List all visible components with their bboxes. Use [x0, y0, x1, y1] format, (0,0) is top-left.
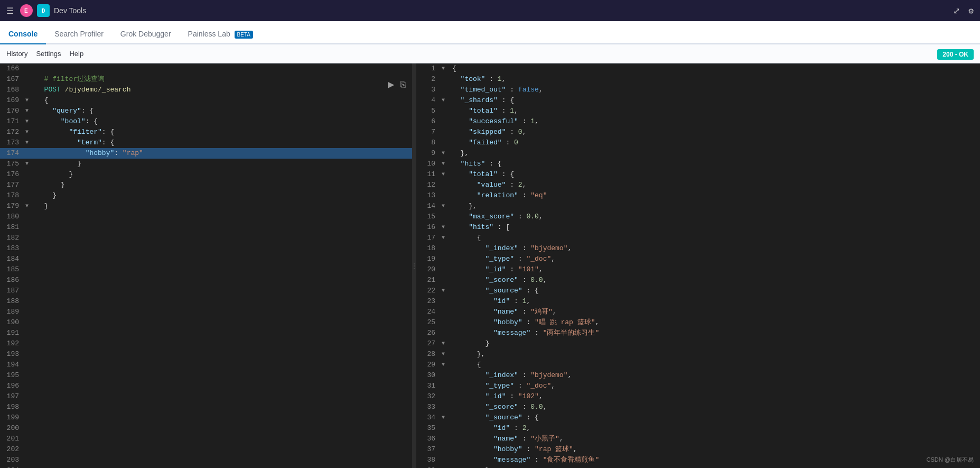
tab-search-profiler[interactable]: Search Profiler — [46, 24, 112, 44]
editor-line: 203 — [0, 455, 412, 465]
editor-line: 183 — [0, 243, 412, 254]
output-line: 34▼ "_source" : { — [416, 412, 980, 423]
output-line: 24 "name" : "鸡哥", — [416, 307, 980, 317]
output-line: 12 "value" : 2, — [416, 180, 980, 190]
editor-line: 186 — [0, 275, 412, 286]
output-line: 37 "hobby" : "rap 篮球", — [416, 444, 980, 455]
output-line: 22▼ "_source" : { — [416, 286, 980, 296]
editor-line: 180 — [0, 212, 412, 222]
editor-line: 197 — [0, 391, 412, 402]
main-layout: ▶ ⎘ 166 167 # filter过滤查询 168 POST /bjyde… — [0, 63, 980, 468]
editor-line: 175▼ } — [0, 159, 412, 169]
app-icon: D — [37, 4, 50, 17]
output-line: 5 "total" : 1, — [416, 106, 980, 116]
output-line: 25 "hobby" : "唱 跳 rap 篮球", — [416, 317, 980, 328]
editor-line: 204 — [0, 465, 412, 468]
elastic-logo: E — [20, 4, 33, 17]
output-line: 7 "skipped" : 0, — [416, 127, 980, 137]
status-badge: 200 - OK — [937, 49, 974, 60]
output-line: 2 "took" : 1, — [416, 74, 980, 85]
editor-line: 169▼ { — [0, 95, 412, 106]
editor-line: 192 — [0, 338, 412, 349]
editor-line: 184 — [0, 254, 412, 264]
tab-grok-debugger[interactable]: Grok Debugger — [112, 24, 180, 44]
editor-line: 196 — [0, 381, 412, 391]
panel-divider[interactable]: ⋮ — [412, 63, 416, 468]
copy-curl-button[interactable]: ⎘ — [398, 78, 408, 90]
editor-line: 193 — [0, 349, 412, 360]
editor-line: 172▼ "filter": { — [0, 127, 412, 137]
subnav-help[interactable]: Help — [69, 50, 83, 58]
output-line: 9▼ }, — [416, 148, 980, 159]
output-line: 32 "_id" : "102", — [416, 391, 980, 402]
hamburger-icon[interactable]: ☰ — [4, 4, 16, 18]
output-line: 11▼ "total" : { — [416, 169, 980, 180]
sub-nav: History Settings Help 200 - OK — [0, 44, 980, 63]
output-line: 14▼ }, — [416, 201, 980, 212]
output-line: 39▼ } — [416, 465, 980, 468]
editor-line: 195 — [0, 370, 412, 381]
output-panel: 1▼{ 2 "took" : 1, 3 "timed_out" : false,… — [416, 63, 980, 468]
expand-icon[interactable]: ⤢ — [951, 4, 962, 18]
output-line: 10▼ "hits" : { — [416, 159, 980, 169]
editor-line: 181 — [0, 222, 412, 233]
editor-line: 190 — [0, 317, 412, 328]
editor-line: 199 — [0, 412, 412, 423]
output-line: 36 "name" : "小黑子", — [416, 434, 980, 444]
output-line: 15 "max_score" : 0.0, — [416, 212, 980, 222]
editor-line: 194 — [0, 360, 412, 370]
editor-line: 187 — [0, 286, 412, 296]
output-line: 17▼ { — [416, 233, 980, 243]
editor-line: 191 — [0, 328, 412, 338]
editor-line: 201 — [0, 434, 412, 444]
output-line: 6 "successful" : 1, — [416, 116, 980, 127]
output-line: 35 "id" : 2, — [416, 423, 980, 434]
output-line: 19 "_type" : "_doc", — [416, 254, 980, 264]
editor-line: 170▼ "query": { — [0, 106, 412, 116]
output-line: 4▼ "_shards" : { — [416, 95, 980, 106]
output-line: 27▼ } — [416, 338, 980, 349]
tab-console[interactable]: Console — [0, 24, 46, 44]
editor-line: 198 — [0, 402, 412, 412]
editor-line: 185 — [0, 264, 412, 275]
editor-line: 200 — [0, 423, 412, 434]
editor-line: 171▼ "bool": { — [0, 116, 412, 127]
editor-area[interactable]: ▶ ⎘ 166 167 # filter过滤查询 168 POST /bjyde… — [0, 63, 412, 468]
editor-line: 182 — [0, 233, 412, 243]
editor-line: 176 } — [0, 169, 412, 180]
output-content[interactable]: 1▼{ 2 "took" : 1, 3 "timed_out" : false,… — [416, 63, 980, 468]
top-bar: ☰ E D Dev Tools ⤢ ⚙ — [0, 0, 980, 21]
editor-line: 167 # filter过滤查询 — [0, 74, 412, 85]
editor-line: 166 — [0, 63, 412, 74]
editor-content[interactable]: 166 167 # filter过滤查询 168 POST /bjydemo/_… — [0, 63, 412, 468]
editor-line: 179▼ } — [0, 201, 412, 212]
tab-painless-lab[interactable]: Painless Lab BETA — [180, 24, 262, 44]
output-line: 23 "id" : 1, — [416, 296, 980, 307]
subnav-history[interactable]: History — [6, 50, 27, 58]
output-line: 38 "message" : "食不食香精煎鱼" — [416, 455, 980, 465]
output-line: 30 "_index" : "bjydemo", — [416, 370, 980, 381]
editor-line: 202 — [0, 444, 412, 455]
nav-tabs: Console Search Profiler Grok Debugger Pa… — [0, 21, 980, 44]
output-line: 21 "_score" : 0.0, — [416, 275, 980, 286]
run-button[interactable]: ▶ — [386, 78, 396, 90]
output-line: 26 "message" : "两年半的练习生" — [416, 328, 980, 338]
output-line: 18 "_index" : "bjydemo", — [416, 243, 980, 254]
beta-badge: BETA — [235, 31, 253, 39]
editor-line-current: 174 "hobby": "rap" — [0, 148, 412, 159]
output-line: 33 "_score" : 0.0, — [416, 402, 980, 412]
output-line: 28▼ }, — [416, 349, 980, 360]
output-line: 8 "failed" : 0 — [416, 137, 980, 148]
editor-line: 189 — [0, 307, 412, 317]
editor-line: 177 } — [0, 180, 412, 190]
settings-icon[interactable]: ⚙ — [966, 4, 976, 18]
subnav-settings[interactable]: Settings — [36, 50, 61, 58]
output-line: 3 "timed_out" : false, — [416, 85, 980, 95]
editor-toolbar: ▶ ⎘ — [386, 78, 408, 90]
editor-panel: ▶ ⎘ 166 167 # filter过滤查询 168 POST /bjyde… — [0, 63, 412, 468]
editor-line-168: 168 POST /bjydemo/_search — [0, 85, 412, 95]
editor-line: 173▼ "term": { — [0, 137, 412, 148]
editor-line: 178 } — [0, 190, 412, 201]
output-line: 16▼ "hits" : [ — [416, 222, 980, 233]
output-line: 13 "relation" : "eq" — [416, 190, 980, 201]
